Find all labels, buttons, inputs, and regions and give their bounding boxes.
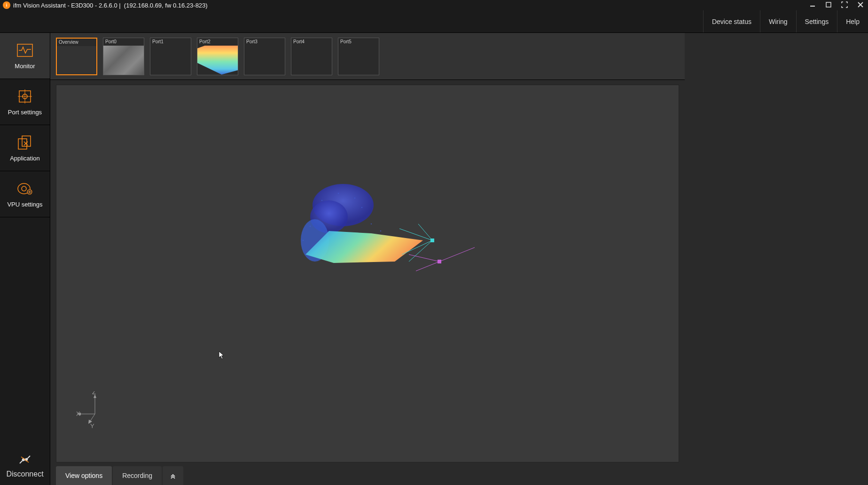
- monitor-icon: [16, 42, 33, 59]
- svg-point-24: [310, 226, 311, 227]
- chevron-double-up-icon: [170, 472, 176, 479]
- svg-text:X: X: [76, 410, 80, 417]
- svg-point-12: [22, 186, 26, 191]
- svg-rect-1: [826, 2, 831, 7]
- sidebar-disconnect[interactable]: Disconnect: [0, 447, 50, 485]
- sidebar-monitor[interactable]: Monitor: [0, 33, 50, 79]
- svg-rect-36: [438, 260, 441, 263]
- thumb-port3[interactable]: Port3: [244, 38, 285, 75]
- svg-point-27: [380, 231, 382, 232]
- nav-settings[interactable]: Settings: [796, 10, 837, 32]
- window-title: ifm Vision Assistant - E3D300 - 2.6.6.0 …: [13, 2, 808, 9]
- thumb-overview[interactable]: Overview: [56, 38, 97, 75]
- nav-help[interactable]: Help: [837, 10, 868, 32]
- thumb-port5[interactable]: Port5: [338, 38, 379, 75]
- svg-line-35: [439, 247, 475, 262]
- right-panel: [685, 33, 868, 485]
- svg-point-26: [371, 223, 372, 225]
- bottom-tabs: View options Recording: [50, 462, 685, 485]
- content-area: Overview Port0 Port1 Port2 Port3 Port4 P…: [50, 33, 685, 485]
- sidebar-monitor-label: Monitor: [15, 63, 35, 70]
- thumb-port1[interactable]: Port1: [150, 38, 191, 75]
- svg-point-23: [361, 207, 363, 208]
- application-icon: [16, 134, 33, 151]
- svg-point-21: [338, 193, 339, 194]
- thumb-port4[interactable]: Port4: [291, 38, 332, 75]
- sidebar-application-label: Application: [10, 155, 40, 162]
- port-thumbnails: Overview Port0 Port1 Port2 Port3 Port4 P…: [50, 33, 685, 80]
- svg-rect-10: [22, 136, 31, 146]
- sidebar-vpu-settings[interactable]: VPU settings: [0, 171, 50, 217]
- port-settings-icon: [16, 88, 33, 105]
- svg-rect-32: [430, 239, 434, 242]
- tab-collapse-toggle[interactable]: [163, 466, 183, 485]
- 3d-viewport[interactable]: Z X Y: [56, 85, 679, 462]
- svg-line-34: [416, 262, 439, 271]
- sidebar-disconnect-label: Disconnect: [6, 470, 43, 478]
- svg-text:Z: Z: [92, 391, 96, 396]
- sidebar-vpu-settings-label: VPU settings: [7, 201, 42, 208]
- svg-point-25: [303, 240, 304, 241]
- point-cloud: [277, 179, 489, 302]
- tab-recording[interactable]: Recording: [113, 466, 162, 485]
- sidebar-port-settings-label: Port settings: [8, 109, 42, 116]
- fullscreen-button[interactable]: [840, 1, 849, 9]
- mouse-cursor-icon: [219, 351, 225, 359]
- svg-point-20: [321, 200, 323, 201]
- thumb-port2[interactable]: Port2: [197, 38, 238, 75]
- sidebar: Monitor Port settings Application VPU se…: [0, 33, 50, 485]
- thumb-port0[interactable]: Port0: [103, 38, 144, 75]
- app-logo-icon: i: [3, 1, 10, 9]
- minimize-button[interactable]: [808, 1, 817, 9]
- svg-line-33: [409, 254, 439, 262]
- nav-device-status[interactable]: Device status: [703, 10, 760, 32]
- title-bar: i ifm Vision Assistant - E3D300 - 2.6.6.…: [0, 0, 868, 10]
- nav-wiring[interactable]: Wiring: [760, 10, 796, 32]
- tab-view-options[interactable]: View options: [56, 466, 112, 485]
- svg-point-22: [354, 198, 356, 199]
- sidebar-application[interactable]: Application: [0, 125, 50, 171]
- maximize-button[interactable]: [824, 1, 833, 9]
- sidebar-port-settings[interactable]: Port settings: [0, 79, 50, 125]
- close-button[interactable]: [856, 1, 865, 9]
- svg-text:Y: Y: [90, 422, 94, 429]
- vpu-settings-icon: [16, 180, 33, 197]
- axis-indicator: Z X Y: [75, 391, 108, 429]
- disconnect-icon: [18, 454, 31, 467]
- top-nav: Device status Wiring Settings Help: [0, 10, 868, 33]
